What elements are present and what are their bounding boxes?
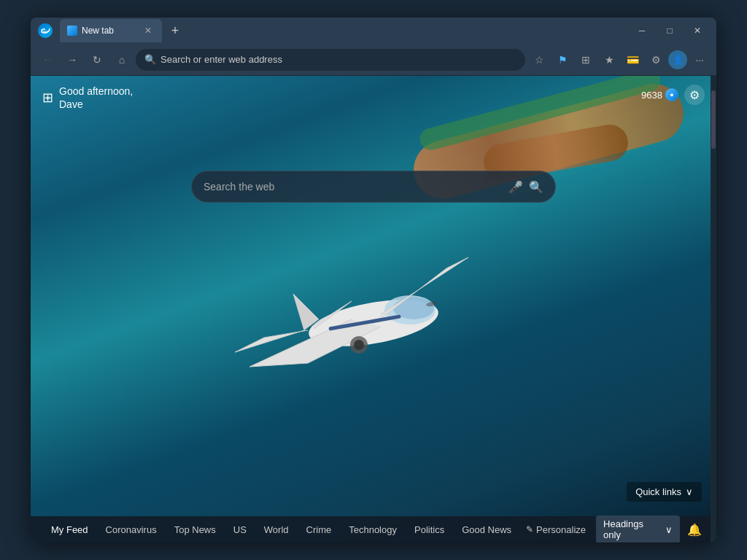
tab-close-button[interactable]: ✕	[142, 24, 155, 37]
maximize-button[interactable]: □	[657, 20, 683, 41]
top-right-controls: 9638 ● ⚙	[641, 85, 705, 105]
technology-label: Technology	[349, 524, 397, 535]
headings-only-chevron-icon: ∨	[665, 524, 673, 535]
minimize-button[interactable]: ─	[629, 20, 655, 41]
new-tab-topbar: ⊞ Good afternoon, Dave 9638 ● ⚙	[31, 76, 716, 120]
headings-only-label: Headings only	[603, 518, 662, 540]
news-bar: My Feed Coronavirus Top News US World Cr…	[31, 516, 716, 542]
add-favorites-icon[interactable]: ★	[598, 49, 620, 71]
greeting-text: Good afternoon, Dave	[59, 85, 133, 111]
news-category-my-feed[interactable]: My Feed	[42, 516, 97, 542]
world-label: World	[264, 524, 289, 535]
quick-links-label: Quick links	[635, 486, 681, 497]
more-options-button[interactable]: ···	[689, 49, 711, 71]
notifications-button[interactable]: 🔔	[684, 519, 705, 540]
refresh-button[interactable]: ↻	[86, 49, 108, 71]
tab-favicon	[67, 26, 77, 36]
collections-icon[interactable]: ⊞	[575, 49, 597, 71]
top-news-label: Top News	[174, 524, 216, 535]
news-category-top-news[interactable]: Top News	[166, 516, 225, 542]
scrollbar-thumb[interactable]	[711, 90, 716, 149]
pencil-icon: ✎	[526, 524, 533, 534]
apps-grid-icon[interactable]: ⊞	[42, 90, 53, 106]
forward-button[interactable]: →	[61, 49, 83, 71]
address-search-icon: 🔍	[144, 54, 156, 65]
home-button[interactable]: ⌂	[111, 49, 133, 71]
search-submit-icon[interactable]: 🔍	[529, 180, 543, 194]
close-button[interactable]: ✕	[684, 20, 711, 41]
rewards-circle-icon: ●	[665, 88, 678, 101]
quick-links-chevron-icon: ∨	[686, 486, 693, 497]
toolbar-icons: ☆ ⚑ ⊞ ★ 💳 ⚙ 👤 ···	[528, 49, 711, 71]
new-tab-button[interactable]: +	[165, 20, 185, 41]
extensions-icon[interactable]: ⚙	[645, 49, 667, 71]
personalize-label: Personalize	[536, 524, 586, 535]
crime-label: Crime	[306, 524, 332, 535]
active-tab[interactable]: New tab ✕	[60, 19, 162, 42]
news-category-world[interactable]: World	[255, 516, 298, 542]
title-bar: New tab ✕ + ─ □ ✕	[31, 18, 716, 44]
news-category-us[interactable]: US	[225, 516, 255, 542]
headings-only-button[interactable]: Headings only ∨	[596, 516, 680, 542]
plane-illustration	[191, 184, 556, 462]
rewards-count: 9638	[641, 90, 662, 101]
wallet-icon[interactable]: 💳	[622, 49, 643, 71]
address-input-wrap[interactable]: 🔍 Search or enter web address	[136, 49, 525, 71]
bell-icon: 🔔	[687, 523, 702, 537]
edge-logo-icon	[36, 22, 54, 39]
news-bar-right: ✎ Personalize Headings only ∨ 🔔	[520, 516, 705, 542]
news-category-technology[interactable]: Technology	[340, 516, 406, 542]
my-feed-label: My Feed	[51, 524, 88, 535]
greeting-line1: Good afternoon,	[59, 85, 133, 98]
search-box-area: Search the web 🎤 🔍	[191, 171, 556, 203]
us-label: US	[233, 524, 247, 535]
new-tab-settings-button[interactable]: ⚙	[684, 85, 705, 105]
main-content: ⊞ Good afternoon, Dave 9638 ● ⚙ Search t…	[31, 76, 716, 542]
search-box[interactable]: Search the web 🎤 🔍	[191, 171, 556, 203]
tab-bar: New tab ✕ +	[36, 19, 626, 42]
tab-label: New tab	[82, 26, 137, 36]
politics-label: Politics	[414, 524, 444, 535]
coronavirus-label: Coronavirus	[106, 524, 157, 535]
browser-window: New tab ✕ + ─ □ ✕ ← → ↻ ⌂ 🔍 Search or en…	[31, 18, 716, 542]
news-category-good-news[interactable]: Good News	[453, 516, 520, 542]
microphone-icon[interactable]: 🎤	[508, 180, 523, 194]
address-text: Search or enter web address	[160, 54, 516, 65]
personalize-button[interactable]: ✎ Personalize	[520, 524, 592, 535]
profile-icon[interactable]: 👤	[668, 50, 687, 69]
greeting-area: ⊞ Good afternoon, Dave	[42, 85, 133, 111]
news-category-politics[interactable]: Politics	[406, 516, 453, 542]
greeting-line2: Dave	[59, 98, 133, 111]
news-category-crime[interactable]: Crime	[298, 516, 341, 542]
svg-point-5	[354, 340, 364, 350]
scrollbar[interactable]	[711, 76, 716, 542]
plane-svg	[191, 184, 556, 462]
window-controls: ─ □ ✕	[629, 20, 711, 41]
back-button[interactable]: ←	[36, 49, 58, 71]
rewards-badge[interactable]: 9638 ●	[641, 88, 678, 101]
favorites-icon[interactable]: ☆	[528, 49, 550, 71]
rewards-icon[interactable]: ⚑	[551, 49, 573, 71]
address-bar: ← → ↻ ⌂ 🔍 Search or enter web address ☆ …	[31, 44, 716, 76]
news-category-coronavirus[interactable]: Coronavirus	[97, 516, 166, 542]
quick-links-button[interactable]: Quick links ∨	[627, 482, 702, 502]
good-news-label: Good News	[462, 524, 511, 535]
search-placeholder: Search the web	[204, 181, 503, 192]
